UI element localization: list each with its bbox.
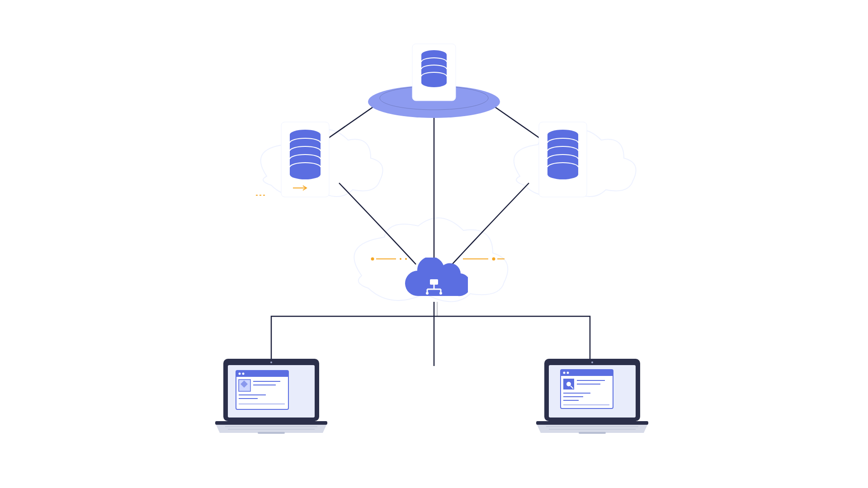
svg-point-63 bbox=[439, 292, 442, 295]
database-left bbox=[280, 121, 330, 198]
svg-point-32 bbox=[290, 169, 321, 179]
svg-point-50 bbox=[371, 258, 374, 261]
svg-point-65 bbox=[270, 361, 272, 363]
svg-rect-97 bbox=[536, 421, 648, 425]
diagram-canvas bbox=[0, 0, 868, 488]
svg-point-62 bbox=[426, 292, 429, 295]
svg-rect-78 bbox=[258, 432, 285, 434]
database-icon bbox=[547, 130, 578, 179]
database-icon bbox=[421, 50, 447, 87]
edge-cloud-to-left-laptop bbox=[271, 316, 373, 361]
svg-point-89 bbox=[566, 382, 571, 386]
cloud-gateway bbox=[400, 258, 468, 305]
svg-point-70 bbox=[242, 373, 245, 375]
cloud-icon bbox=[405, 258, 468, 296]
svg-rect-77 bbox=[215, 421, 327, 425]
svg-point-82 bbox=[591, 361, 593, 363]
svg-point-16 bbox=[421, 78, 447, 87]
laptop-left bbox=[212, 356, 330, 442]
svg-point-86 bbox=[563, 372, 566, 374]
database-icon bbox=[290, 130, 321, 179]
svg-rect-57 bbox=[430, 279, 438, 285]
window-icon bbox=[236, 371, 288, 409]
database-right bbox=[538, 121, 588, 198]
window-icon bbox=[561, 370, 613, 408]
svg-point-55 bbox=[492, 258, 495, 261]
edge-cloud-to-right-laptop bbox=[497, 316, 590, 361]
svg-point-69 bbox=[239, 373, 241, 375]
accent-dot-line-right bbox=[461, 256, 506, 262]
database-top bbox=[411, 43, 457, 102]
svg-point-49 bbox=[547, 169, 578, 179]
edge-rightdb-to-cloud bbox=[452, 183, 529, 264]
svg-point-87 bbox=[567, 372, 569, 374]
laptop-right bbox=[533, 356, 651, 442]
svg-rect-98 bbox=[579, 432, 606, 434]
